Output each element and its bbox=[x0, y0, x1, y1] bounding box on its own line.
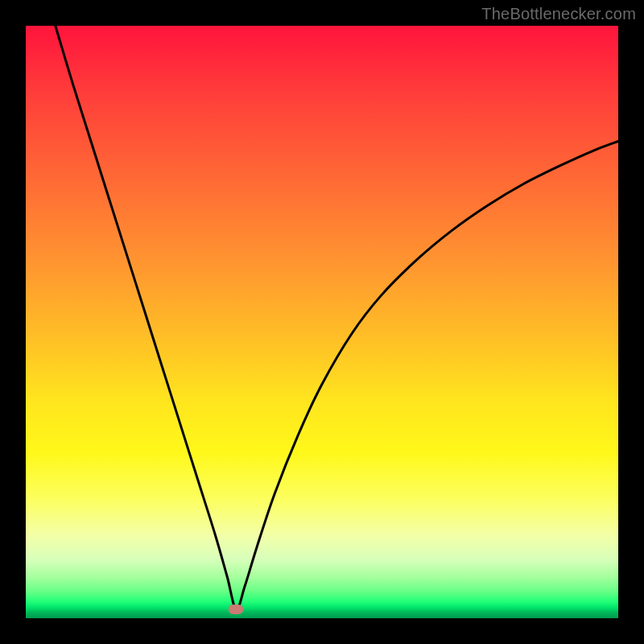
curve-minimum-marker bbox=[229, 605, 243, 614]
plot-area bbox=[26, 26, 618, 618]
bottleneck-curve bbox=[26, 26, 618, 618]
attribution-text: TheBottlenecker.com bbox=[481, 5, 636, 23]
chart-frame: TheBottlenecker.com bbox=[0, 0, 644, 644]
